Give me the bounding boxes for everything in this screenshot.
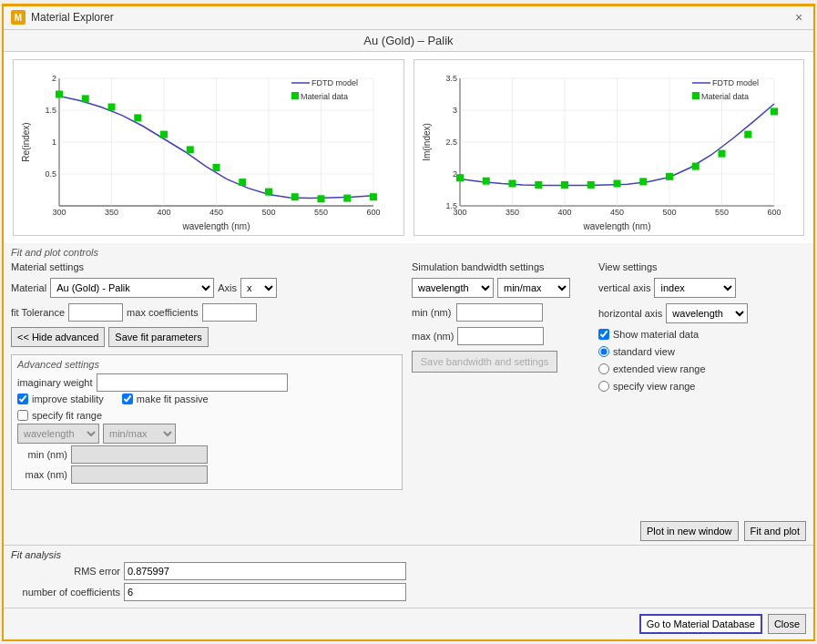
material-row: Material Au (Gold) - Palik Axis xyz: [11, 278, 403, 298]
bandwidth-max-row: max (nm) 600: [412, 327, 589, 345]
improve-stability-label: improve stability: [32, 394, 104, 404]
rms-error-row: RMS error 0.875997: [11, 562, 806, 580]
fit-analysis-label: Fit analysis: [11, 549, 806, 560]
imaginary-weight-input[interactable]: 4: [97, 373, 288, 392]
bandwidth-min-input[interactable]: 300: [456, 303, 543, 322]
axis-label: Axis: [218, 282, 237, 293]
bandwidth-dropdowns: wavelength min/max: [412, 278, 589, 298]
rms-error-label: RMS error: [11, 566, 120, 577]
view-settings-column: View settings vertical axis index permit…: [598, 261, 806, 514]
standard-view-radio[interactable]: [598, 346, 609, 357]
material-settings-column: Material settings Material Au (Gold) - P…: [11, 261, 403, 514]
show-material-data-checkbox[interactable]: [598, 329, 609, 340]
main-content: Fit and plot controls Material settings …: [4, 243, 813, 639]
show-material-data-label: Show material data: [613, 329, 699, 340]
goto-material-database-button[interactable]: Go to Material Database: [639, 614, 762, 634]
advanced-settings-label: Advanced settings: [17, 359, 396, 370]
show-material-data-row: Show material data: [598, 329, 806, 340]
fit-max-input[interactable]: [71, 465, 208, 484]
close-button[interactable]: Close: [768, 614, 806, 634]
material-label: Material: [11, 282, 46, 293]
num-coefficients-value: 6: [124, 583, 406, 601]
main-window: M Material Explorer × Au (Gold) – Palik …: [2, 4, 815, 641]
material-settings-label: Material settings: [11, 261, 403, 272]
specify-view-row: specify view range: [598, 381, 806, 392]
imaginary-weight-row: imaginary weight 4: [17, 373, 396, 392]
save-bandwidth-button[interactable]: Save bandwidth and settings: [412, 351, 557, 373]
simulation-bandwidth-column: Simulation bandwidth settings wavelength…: [412, 261, 589, 514]
bottom-buttons-row: Go to Material Database Close: [4, 608, 813, 639]
max-coefficients-input[interactable]: 9: [202, 303, 257, 322]
fit-min-row: min (nm): [17, 445, 396, 464]
page-title: Au (Gold) – Palik: [4, 30, 813, 52]
window-title: Material Explorer: [31, 11, 114, 24]
fit-tolerance-input[interactable]: 0.1: [68, 303, 123, 322]
fit-and-plot-button[interactable]: Fit and plot: [744, 521, 806, 541]
improve-stability-row: improve stability: [17, 394, 104, 404]
plot-buttons-row: Plot in new window Fit and plot: [4, 517, 813, 545]
specify-view-radio[interactable]: [598, 381, 609, 392]
right-chart: [414, 59, 805, 236]
title-bar-left: M Material Explorer: [11, 10, 114, 25]
title-bar: M Material Explorer ×: [4, 6, 813, 30]
fit-tolerance-label: fit Tolerance: [11, 307, 65, 318]
improve-stability-checkbox[interactable]: [17, 394, 28, 404]
axis-dropdown[interactable]: xyz: [240, 278, 277, 298]
plot-new-window-button[interactable]: Plot in new window: [640, 521, 739, 541]
standard-view-row: standard view: [598, 346, 806, 357]
fit-min-input[interactable]: [71, 445, 208, 464]
horizontal-axis-dropdown[interactable]: wavelength frequency: [666, 303, 748, 323]
bandwidth-max-label: max (nm): [412, 331, 454, 342]
rms-error-value: 0.875997: [124, 562, 406, 580]
fit-range-controls: wavelength min/max: [17, 424, 396, 444]
imaginary-weight-label: imaginary weight: [17, 377, 93, 388]
vertical-axis-dropdown[interactable]: index permittivity: [654, 278, 736, 298]
hide-advanced-button[interactable]: << Hide advanced: [11, 327, 105, 347]
three-columns: Material settings Material Au (Gold) - P…: [11, 261, 806, 514]
advanced-settings-section: Advanced settings imaginary weight 4 imp…: [11, 354, 403, 490]
charts-area: [4, 52, 813, 243]
extended-view-label: extended view range: [613, 363, 706, 374]
hide-advanced-row: << Hide advanced Save fit parameters: [11, 327, 403, 347]
specify-fit-range-row: specify fit range: [17, 410, 396, 421]
fit-plot-controls-label: Fit and plot controls: [11, 247, 806, 258]
fit-wavelength-dropdown[interactable]: wavelength: [17, 424, 99, 444]
standard-view-label: standard view: [613, 346, 675, 357]
extended-view-row: extended view range: [598, 363, 806, 374]
vertical-axis-label: vertical axis: [598, 282, 650, 293]
fit-tolerance-row: fit Tolerance 0.1 max coefficients 9: [11, 303, 403, 322]
fit-analysis-section: Fit analysis RMS error 0.875997 number o…: [4, 545, 813, 608]
horizontal-axis-label: horizontal axis: [598, 308, 662, 319]
save-bandwidth-row: Save bandwidth and settings: [412, 351, 589, 373]
make-fit-passive-checkbox[interactable]: [122, 394, 133, 404]
make-fit-passive-row: make fit passive: [122, 394, 209, 404]
bandwidth-max-input[interactable]: 600: [457, 327, 544, 345]
specify-fit-range-checkbox[interactable]: [17, 410, 28, 421]
app-icon: M: [11, 10, 26, 25]
fit-max-label: max (nm): [17, 469, 67, 480]
bandwidth-wavelength-dropdown[interactable]: wavelength: [412, 278, 494, 298]
horizontal-axis-row: horizontal axis wavelength frequency: [598, 303, 806, 323]
simulation-bandwidth-label: Simulation bandwidth settings: [412, 261, 589, 272]
specify-view-label: specify view range: [613, 381, 696, 392]
material-dropdown[interactable]: Au (Gold) - Palik: [50, 278, 214, 298]
vertical-axis-row: vertical axis index permittivity: [598, 278, 806, 298]
max-coefficients-label: max coefficients: [127, 307, 199, 318]
fit-minmax-dropdown[interactable]: min/max: [103, 424, 176, 444]
num-coefficients-label: number of coefficients: [11, 587, 120, 598]
bandwidth-min-row: min (nm) 300: [412, 303, 589, 322]
view-settings-label: View settings: [598, 261, 806, 272]
num-coefficients-row: number of coefficients 6: [11, 583, 806, 601]
bandwidth-minmax-dropdown[interactable]: min/max: [497, 278, 570, 298]
specify-fit-range-label: specify fit range: [32, 410, 102, 421]
fit-max-row: max (nm): [17, 465, 396, 484]
close-window-button[interactable]: ×: [791, 10, 806, 25]
make-fit-passive-label: make fit passive: [137, 394, 209, 404]
fit-min-label: min (nm): [17, 449, 67, 460]
controls-area: Fit and plot controls Material settings …: [4, 243, 813, 517]
extended-view-radio[interactable]: [598, 363, 609, 374]
bandwidth-min-label: min (nm): [412, 307, 453, 318]
left-chart: [13, 59, 404, 236]
save-fit-parameters-button[interactable]: Save fit parameters: [108, 327, 208, 347]
